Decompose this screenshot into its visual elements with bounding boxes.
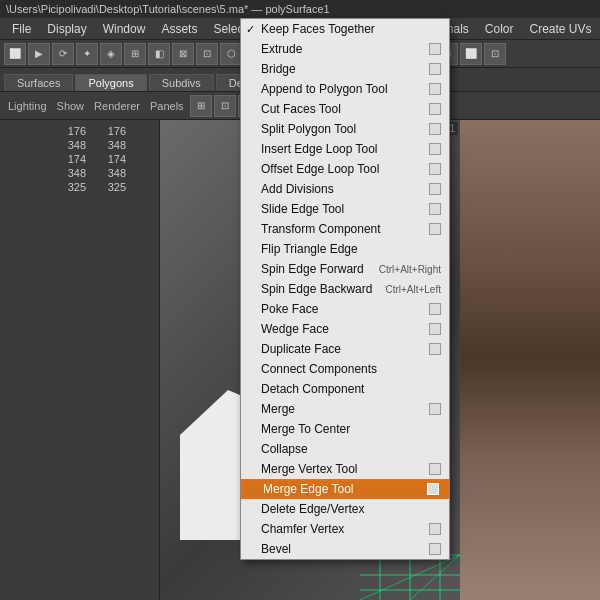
menu-create-uvs[interactable]: Create UVs	[522, 20, 600, 38]
lighting-label: Lighting	[8, 100, 47, 112]
menu-window[interactable]: Window	[95, 20, 154, 38]
toolbar-btn-20[interactable]: ⬜	[460, 43, 482, 65]
dd-delete-edge-vertex[interactable]: Delete Edge/Vertex	[241, 499, 449, 519]
dd-insert-edge[interactable]: Insert Edge Loop Tool	[241, 139, 449, 159]
dd-label-slide-edge: Slide Edge Tool	[261, 202, 344, 216]
dd-label-merge-vertex: Merge Vertex Tool	[261, 462, 358, 476]
menu-color[interactable]: Color	[477, 20, 522, 38]
renderer-label: Renderer	[94, 100, 140, 112]
title-bar: \Users\Picipolivadi\Desktop\Tutorial\sce…	[0, 0, 600, 18]
dd-connect-components[interactable]: Connect Components	[241, 359, 449, 379]
toolbar-btn-9[interactable]: ⊡	[196, 43, 218, 65]
dd-box-split-polygon	[429, 123, 441, 135]
title-text: \Users\Picipolivadi\Desktop\Tutorial\sce…	[6, 3, 330, 15]
dd-merge-to-center[interactable]: Merge To Center	[241, 419, 449, 439]
dd-label-chamfer-vertex: Chamfer Vertex	[261, 522, 344, 536]
toolbar-btn-1[interactable]: ⬜	[4, 43, 26, 65]
dd-box-add-divisions	[429, 183, 441, 195]
dd-label-wedge-face: Wedge Face	[261, 322, 329, 336]
dd-cut-faces[interactable]: Cut Faces Tool	[241, 99, 449, 119]
dd-box-merge-edge	[427, 483, 439, 495]
dd-box-extrude	[429, 43, 441, 55]
dd-duplicate-face[interactable]: Duplicate Face	[241, 339, 449, 359]
dd-merge-edge-tool[interactable]: Merge Edge Tool	[241, 479, 449, 499]
dd-split-polygon[interactable]: Split Polygon Tool	[241, 119, 449, 139]
toolbar2-btn-1[interactable]: ⊞	[190, 95, 212, 117]
dd-box-bridge	[429, 63, 441, 75]
toolbar-btn-3[interactable]: ⟳	[52, 43, 74, 65]
dd-keep-faces-together[interactable]: Keep Faces Together	[241, 19, 449, 39]
dd-extrude[interactable]: Extrude	[241, 39, 449, 59]
dd-bevel[interactable]: Bevel	[241, 539, 449, 559]
toolbar-btn-7[interactable]: ◧	[148, 43, 170, 65]
tab-surfaces[interactable]: Surfaces	[4, 74, 73, 91]
dd-box-duplicate-face	[429, 343, 441, 355]
dd-label-duplicate-face: Duplicate Face	[261, 342, 341, 356]
tab-subdivs[interactable]: Subdivs	[149, 74, 214, 91]
toolbar-btn-6[interactable]: ⊞	[124, 43, 146, 65]
dd-label-extrude: Extrude	[261, 42, 302, 56]
dd-flip-triangle[interactable]: Flip Triangle Edge	[241, 239, 449, 259]
left-row-1: 176 176 0	[4, 124, 155, 138]
dd-append[interactable]: Append to Polygon Tool	[241, 79, 449, 99]
dd-label-offset-edge: Offset Edge Loop Tool	[261, 162, 379, 176]
toolbar-btn-5[interactable]: ◈	[100, 43, 122, 65]
dd-label-merge-center: Merge To Center	[261, 422, 350, 436]
dd-label-cut-faces: Cut Faces Tool	[261, 102, 341, 116]
dd-box-transform-component	[429, 223, 441, 235]
dd-label-bevel: Bevel	[261, 542, 291, 556]
toolbar-btn-2[interactable]: ▶	[28, 43, 50, 65]
tab-polygons[interactable]: Polygons	[75, 74, 146, 91]
dd-offset-edge[interactable]: Offset Edge Loop Tool	[241, 159, 449, 179]
dd-label-bridge: Bridge	[261, 62, 296, 76]
dd-label-collapse: Collapse	[261, 442, 308, 456]
dd-shortcut-spin-fwd: Ctrl+Alt+Right	[379, 264, 441, 275]
left-row-4: 348 348 0	[4, 166, 155, 180]
toolbar-btn-4[interactable]: ✦	[76, 43, 98, 65]
panels-label: Panels	[150, 100, 184, 112]
dd-label-detach-component: Detach Component	[261, 382, 364, 396]
dd-label-connect-components: Connect Components	[261, 362, 377, 376]
dd-spin-edge-bwd[interactable]: Spin Edge Backward Ctrl+Alt+Left	[241, 279, 449, 299]
menu-display[interactable]: Display	[39, 20, 94, 38]
left-panel: 176 176 0 348 348 0 174 174 0 348 348 0 …	[0, 120, 160, 600]
dd-label-insert-edge: Insert Edge Loop Tool	[261, 142, 378, 156]
dd-label-transform-component: Transform Component	[261, 222, 381, 236]
dd-merge-vertex-tool[interactable]: Merge Vertex Tool	[241, 459, 449, 479]
dd-label-poke-face: Poke Face	[261, 302, 318, 316]
dd-label-spin-bwd: Spin Edge Backward	[261, 282, 372, 296]
dd-box-bevel	[429, 543, 441, 555]
dd-box-offset-edge	[429, 163, 441, 175]
menu-assets[interactable]: Assets	[153, 20, 205, 38]
dd-chamfer-vertex[interactable]: Chamfer Vertex	[241, 519, 449, 539]
dd-collapse[interactable]: Collapse	[241, 439, 449, 459]
dd-poke-face[interactable]: Poke Face	[241, 299, 449, 319]
toolbar2-btn-2[interactable]: ⊡	[214, 95, 236, 117]
dd-box-wedge-face	[429, 323, 441, 335]
dd-label-merge-edge: Merge Edge Tool	[263, 482, 354, 496]
left-row-5: 325 325 0	[4, 180, 155, 194]
left-row-2: 348 348 0	[4, 138, 155, 152]
menu-file[interactable]: File	[4, 20, 39, 38]
dd-label-delete-edge: Delete Edge/Vertex	[261, 502, 364, 516]
toolbar-btn-10[interactable]: ⬡	[220, 43, 242, 65]
dd-label-merge: Merge	[261, 402, 295, 416]
dd-label-keep-faces: Keep Faces Together	[261, 22, 375, 36]
toolbar-btn-21[interactable]: ⊡	[484, 43, 506, 65]
dd-slide-edge[interactable]: Slide Edge Tool	[241, 199, 449, 219]
dd-add-divisions[interactable]: Add Divisions	[241, 179, 449, 199]
dd-label-append: Append to Polygon Tool	[261, 82, 388, 96]
dd-bridge[interactable]: Bridge	[241, 59, 449, 79]
dd-transform-component[interactable]: Transform Component	[241, 219, 449, 239]
dd-merge[interactable]: Merge	[241, 399, 449, 419]
dd-spin-edge-fwd[interactable]: Spin Edge Forward Ctrl+Alt+Right	[241, 259, 449, 279]
right-panel	[460, 120, 600, 600]
right-panel-image	[460, 120, 600, 600]
dd-box-slide-edge	[429, 203, 441, 215]
dd-box-merge-vertex	[429, 463, 441, 475]
dd-wedge-face[interactable]: Wedge Face	[241, 319, 449, 339]
dd-shortcut-spin-bwd: Ctrl+Alt+Left	[385, 284, 441, 295]
dd-label-add-divisions: Add Divisions	[261, 182, 334, 196]
toolbar-btn-8[interactable]: ⊠	[172, 43, 194, 65]
dd-detach-component[interactable]: Detach Component	[241, 379, 449, 399]
